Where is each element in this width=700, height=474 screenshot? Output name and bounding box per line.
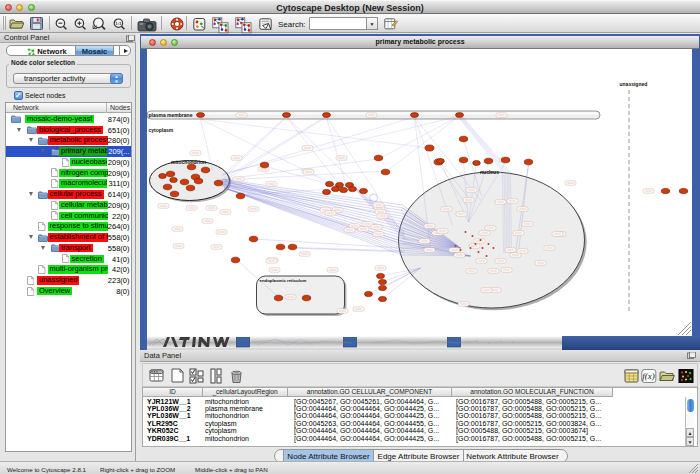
svg-text:endoplasmic reticulum: endoplasmic reticulum [259, 278, 306, 283]
svg-text:mitochondrion: mitochondrion [171, 159, 206, 165]
svg-text:1:1: 1:1 [115, 21, 122, 26]
svg-text:nucleus: nucleus [480, 169, 499, 175]
svg-text:cytoplasm: cytoplasm [148, 127, 173, 133]
svg-text:f(x): f(x) [642, 371, 655, 381]
svg-text:unassigned: unassigned [619, 81, 647, 87]
svg-text:plasma membrane: plasma membrane [148, 112, 192, 118]
